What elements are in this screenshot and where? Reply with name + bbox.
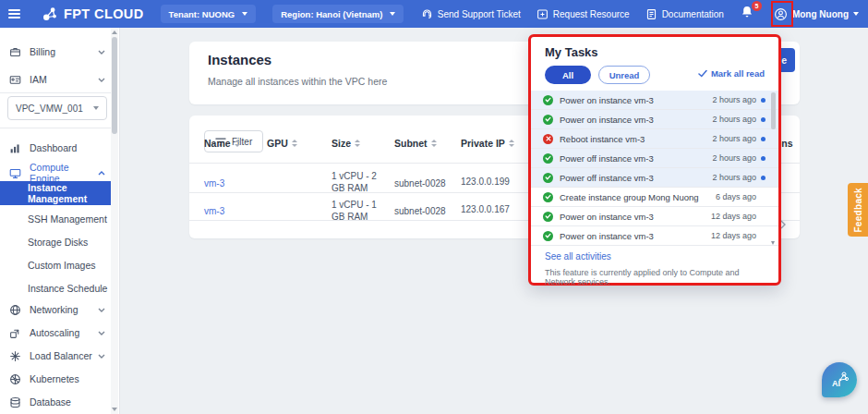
sort-icon	[431, 140, 437, 147]
scroll-up-icon[interactable]	[112, 30, 117, 34]
sidebar-item-label: Instance Management	[28, 182, 113, 204]
sidebar-item-label: Database	[30, 396, 105, 408]
sidebar-item-networking[interactable]: Networking	[0, 300, 113, 319]
sort-icon	[292, 140, 297, 147]
vpc-selector[interactable]: VPC_VMW_001	[7, 96, 107, 120]
success-icon	[543, 192, 553, 202]
task-text: Power off instance vm-3	[560, 153, 712, 164]
documentation-link[interactable]: Documentation	[645, 8, 724, 20]
scrollbar-thumb[interactable]	[771, 92, 776, 129]
sort-icon	[509, 140, 514, 147]
sidebar-item-kubernetes[interactable]: Kubernetes	[0, 370, 113, 388]
sidebar-item-load-balancer[interactable]: Load Balancer	[0, 347, 113, 365]
task-text: Power on instance vm-3	[560, 212, 711, 222]
scroll-down-icon[interactable]	[112, 408, 117, 411]
scrollbar-thumb[interactable]	[112, 37, 117, 134]
user-menu[interactable]: Mong Nuong	[774, 7, 859, 21]
logo-text: FPT CLOUD	[64, 6, 144, 21]
sidebar-item-iam[interactable]: IAM	[0, 70, 113, 89]
feedback-button[interactable]: Feedback	[848, 183, 868, 237]
task-list-scrollbar[interactable]	[771, 91, 777, 246]
column-header-size[interactable]: Size	[332, 138, 360, 149]
fab-label: AI	[832, 379, 840, 388]
sidebar-item-label: Billing	[30, 46, 98, 57]
see-all-activities-link[interactable]: See all activities	[545, 251, 611, 262]
task-text: Power off instance vm-3	[560, 173, 712, 183]
tenant-selector[interactable]: Tenant: NUONG	[161, 5, 257, 23]
sidebar: Billing IAM VPC_VMW_001 Dashboard Comput…	[0, 28, 120, 414]
tasks-panel-title: My Tasks	[545, 45, 598, 59]
task-time: 2 hours ago	[712, 173, 756, 182]
size-cell: 1 vCPU - 2 GB RAM	[332, 170, 389, 194]
dashboard-icon	[9, 142, 21, 154]
task-item[interactable]: Create instance group Mong Nuong 6 days …	[531, 188, 778, 207]
success-icon	[543, 153, 553, 164]
chevron-down-icon	[98, 330, 105, 336]
networking-icon	[9, 304, 21, 316]
request-resource-icon	[536, 8, 549, 20]
instance-name-link[interactable]: vm-3	[204, 206, 224, 216]
ai-assistant-fab[interactable]: AI	[822, 362, 857, 397]
mark-all-read-button[interactable]: Mark all read	[698, 68, 765, 79]
chevron-down-icon	[98, 353, 105, 359]
sidebar-item-autoscaling[interactable]: Autoscaling	[0, 323, 113, 342]
column-header-subnet[interactable]: Subnet	[394, 138, 437, 149]
task-item[interactable]: Reboot instance vm-3 2 hours ago	[531, 129, 778, 149]
task-item[interactable]: Power on instance vm-3 12 days ago	[531, 207, 778, 226]
task-time: 2 hours ago	[712, 115, 756, 124]
load-balancer-icon	[9, 350, 21, 362]
page-title: Instances	[208, 52, 271, 67]
sidebar-item-label: Load Balancer	[30, 350, 98, 361]
sidebar-item-ssh-management[interactable]: SSH Management	[0, 209, 113, 229]
hamburger-menu-icon[interactable]	[0, 0, 28, 28]
task-item[interactable]: Power off instance vm-3 2 hours ago	[531, 149, 778, 168]
instance-name-link[interactable]: vm-3	[204, 178, 224, 189]
iam-icon	[9, 74, 21, 86]
tab-unread[interactable]: Unread	[598, 66, 650, 84]
sidebar-item-dashboard[interactable]: Dashboard	[0, 139, 113, 157]
sidebar-item-custom-images[interactable]: Custom Images	[0, 255, 113, 275]
sidebar-scrollbar[interactable]	[111, 28, 118, 414]
nav-link-label: Send Support Ticket	[438, 9, 521, 19]
fpt-molecule-icon	[41, 5, 59, 23]
column-header-private-ip[interactable]: Private IP	[461, 138, 514, 149]
sidebar-item-compute-engine[interactable]: Compute Engine	[0, 164, 113, 182]
notifications-bell-button[interactable]: 5	[740, 4, 758, 24]
task-item[interactable]: Power off instance vm-3 2 hours ago	[531, 168, 778, 188]
support-ticket-icon	[421, 8, 433, 20]
sidebar-item-billing[interactable]: Billing	[0, 43, 113, 61]
task-item[interactable]: Power on instance vm-3 2 hours ago	[531, 110, 778, 129]
private-ip-cell: 123.0.0.199	[461, 177, 510, 187]
task-text: Reboot instance vm-3	[560, 134, 712, 144]
divider	[0, 128, 113, 128]
sidebar-item-database[interactable]: Database	[0, 393, 113, 411]
chevron-down-icon	[93, 106, 99, 110]
user-name: Mong Nuong	[792, 9, 849, 19]
column-header-gpu[interactable]: GPU	[267, 138, 297, 149]
success-icon	[543, 95, 553, 105]
unread-dot	[761, 137, 766, 141]
scroll-down-icon[interactable]	[771, 241, 775, 245]
success-icon	[543, 212, 553, 222]
sidebar-item-instance-management[interactable]: Instance Management	[0, 181, 113, 205]
sort-icon	[355, 140, 360, 147]
column-header-name[interactable]: Name	[204, 138, 240, 149]
my-tasks-panel: My Tasks All Unread Mark all read Power …	[528, 34, 781, 286]
ai-molecule-icon: AI	[827, 368, 851, 392]
task-item[interactable]: Power on instance vm-3 12 days ago	[531, 226, 778, 246]
task-text: Power on instance vm-3	[560, 95, 712, 105]
sidebar-item-label: Instance Schedule	[28, 283, 107, 294]
notification-count-badge: 5	[752, 1, 762, 11]
chevron-down-icon	[853, 12, 859, 16]
subnet-cell: subnet-0028	[394, 178, 446, 189]
sidebar-item-label: SSH Management	[28, 213, 107, 225]
chevron-down-icon	[98, 77, 105, 83]
sidebar-item-storage-disks[interactable]: Storage Disks	[0, 232, 113, 252]
task-item[interactable]: Power on instance vm-3 2 hours ago	[531, 91, 778, 110]
region-selector[interactable]: Region: Hanoi (Vietnam)	[272, 5, 404, 23]
tab-all[interactable]: All	[545, 66, 591, 84]
chevron-up-icon	[98, 170, 105, 177]
sidebar-item-instance-schedule[interactable]: Instance Schedule	[0, 278, 113, 298]
send-support-ticket-link[interactable]: Send Support Ticket	[421, 8, 521, 20]
request-resource-link[interactable]: Request Resource	[536, 8, 630, 20]
